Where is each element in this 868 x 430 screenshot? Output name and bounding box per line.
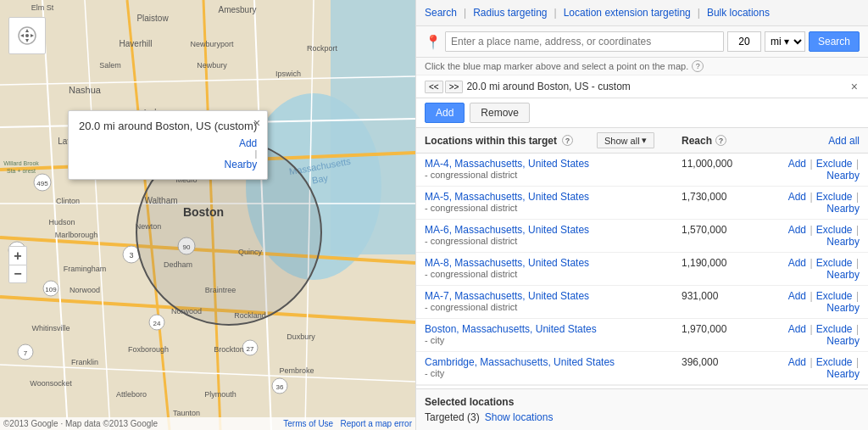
zoom-in-button[interactable]: + xyxy=(8,246,27,265)
zoom-out-button[interactable]: − xyxy=(8,265,27,283)
add-link-3[interactable]: Add xyxy=(788,257,806,269)
svg-text:Norwood: Norwood xyxy=(171,307,202,316)
row-actions-2: Add | Exclude | Nearby xyxy=(758,224,860,248)
popup-nearby-link[interactable]: Nearby xyxy=(79,159,257,170)
svg-text:Ipswich: Ipswich xyxy=(275,70,301,78)
svg-text:Amesbury: Amesbury xyxy=(218,5,256,14)
map-pan-control[interactable] xyxy=(8,17,46,54)
svg-marker-79 xyxy=(31,34,34,37)
row-actions-5: Add | Exclude | Nearby xyxy=(758,323,860,347)
col-show-header: Show all ▾ xyxy=(597,132,682,148)
add-link-5[interactable]: Add xyxy=(788,323,806,335)
unit-select[interactable]: mi ▾ km xyxy=(765,31,805,52)
exclude-link-4[interactable]: Exclude xyxy=(816,290,853,302)
svg-point-80 xyxy=(25,34,29,37)
nav-location-ext-link[interactable]: Location extension targeting xyxy=(564,7,691,19)
target-description: 20.0 mi around Boston, US - custom xyxy=(466,81,845,92)
row-reach-6: 396,000 xyxy=(682,356,758,368)
svg-text:Franklin: Franklin xyxy=(71,358,98,366)
back-arrow-button[interactable]: << xyxy=(425,81,443,93)
location-link-2[interactable]: MA-6, Massachusetts, United States xyxy=(425,224,589,236)
nearby-link-6[interactable]: Nearby xyxy=(826,368,860,380)
location-header-help[interactable]: ? xyxy=(562,135,573,146)
nearby-link-0[interactable]: Nearby xyxy=(826,170,860,181)
svg-text:Duxbury: Duxbury xyxy=(287,332,315,341)
nearby-link-2[interactable]: Nearby xyxy=(826,236,860,248)
svg-text:Framingham: Framingham xyxy=(64,265,107,273)
search-input[interactable] xyxy=(445,31,724,52)
location-type-3: - congressional district xyxy=(425,269,682,279)
nav-search-link[interactable]: Search xyxy=(425,7,457,19)
table-row: MA-4, Massachusetts, United States - con… xyxy=(416,154,868,187)
location-link-4[interactable]: MA-7, Massachusetts, United States xyxy=(425,290,589,302)
svg-text:Newbury: Newbury xyxy=(197,61,227,70)
nearby-link-1[interactable]: Nearby xyxy=(826,203,860,215)
add-link-1[interactable]: Add xyxy=(788,191,806,203)
nearby-link-3[interactable]: Nearby xyxy=(826,269,860,281)
table-header: Locations within this target ? Show all … xyxy=(416,128,868,154)
terms-link[interactable]: Terms of Use xyxy=(283,419,333,428)
svg-text:Plymouth: Plymouth xyxy=(204,390,236,399)
radius-input[interactable]: 20 xyxy=(727,31,761,52)
add-link-6[interactable]: Add xyxy=(788,356,806,368)
table-row: Cambridge, Massachusetts, United States … xyxy=(416,352,868,385)
location-link-1[interactable]: MA-5, Massachusetts, United States xyxy=(425,191,589,203)
svg-text:Newburyport: Newburyport xyxy=(190,40,234,48)
col-actions-header: Add all xyxy=(758,135,860,147)
location-type-5: - city xyxy=(425,335,682,345)
reach-header-help[interactable]: ? xyxy=(715,135,726,146)
location-link-0[interactable]: MA-4, Massachusetts, United States xyxy=(425,158,589,170)
svg-text:Waltham: Waltham xyxy=(144,196,177,205)
nav-radius-link[interactable]: Radius targeting xyxy=(473,7,547,19)
location-type-4: - congressional district xyxy=(425,302,682,312)
show-locations-link[interactable]: Show locations xyxy=(485,411,554,423)
target-row: << >> 20.0 mi around Boston, US - custom… xyxy=(416,75,868,98)
right-panel: Search | Radius targeting | Location ext… xyxy=(415,0,868,430)
svg-marker-78 xyxy=(20,34,24,37)
hint-icon[interactable]: ? xyxy=(692,60,704,72)
search-row: 📍 20 mi ▾ km Search xyxy=(416,26,868,58)
map-copyright: ©2013 Google · Map data ©2013 Google xyxy=(3,419,158,428)
map-popup: × 20.0 mi around Boston, US (custom) Add… xyxy=(68,110,268,180)
add-link-4[interactable]: Add xyxy=(788,290,806,302)
location-link-5[interactable]: Boston, Massachusetts, United States xyxy=(425,323,597,335)
hint-row: Click the blue map marker above and sele… xyxy=(416,58,868,75)
svg-text:Elm St: Elm St xyxy=(31,3,54,12)
nearby-link-5[interactable]: Nearby xyxy=(826,335,860,347)
add-button[interactable]: Add xyxy=(425,103,465,123)
location-link-3[interactable]: MA-8, Massachusetts, United States xyxy=(425,257,589,269)
location-link-6[interactable]: Cambridge, Massachusetts, United States xyxy=(425,356,615,368)
row-actions-6: Add | Exclude | Nearby xyxy=(758,356,860,380)
exclude-link-5[interactable]: Exclude xyxy=(816,323,853,335)
search-button[interactable]: Search xyxy=(809,31,860,52)
action-row: Add Remove xyxy=(416,98,868,128)
exclude-link-6[interactable]: Exclude xyxy=(816,356,853,368)
exclude-link-3[interactable]: Exclude xyxy=(816,257,853,269)
svg-text:24: 24 xyxy=(153,320,161,327)
svg-text:3: 3 xyxy=(129,251,133,260)
exclude-link-2[interactable]: Exclude xyxy=(816,224,853,236)
svg-text:Braintree: Braintree xyxy=(205,286,236,294)
show-all-button[interactable]: Show all ▾ xyxy=(597,132,654,148)
nav-bulk-link[interactable]: Bulk locations xyxy=(707,7,770,19)
remove-button[interactable]: Remove xyxy=(470,103,530,123)
location-type-2: - congressional district xyxy=(425,236,682,246)
exclude-link-0[interactable]: Exclude xyxy=(816,158,853,170)
location-type-0: - congressional district xyxy=(425,170,682,180)
add-link-0[interactable]: Add xyxy=(788,158,806,170)
table-row: MA-5, Massachusetts, United States - con… xyxy=(416,187,868,220)
svg-text:Sta + orest: Sta + orest xyxy=(7,168,36,174)
exclude-link-1[interactable]: Exclude xyxy=(816,191,853,203)
nearby-link-4[interactable]: Nearby xyxy=(826,302,860,314)
target-close-button[interactable]: × xyxy=(849,80,860,93)
add-link-2[interactable]: Add xyxy=(788,224,806,236)
hint-text: Click the blue map marker above and sele… xyxy=(425,61,688,71)
report-error-link[interactable]: Report a map error xyxy=(341,419,412,428)
svg-text:Whitinsville: Whitinsville xyxy=(31,324,70,332)
popup-add-link[interactable]: Add xyxy=(79,137,257,149)
svg-text:Dedham: Dedham xyxy=(164,260,192,269)
svg-text:Attleboro: Attleboro xyxy=(116,390,147,399)
popup-close-button[interactable]: × xyxy=(253,116,260,130)
forward-arrow-button[interactable]: >> xyxy=(445,81,464,93)
add-all-link[interactable]: Add all xyxy=(828,135,860,147)
